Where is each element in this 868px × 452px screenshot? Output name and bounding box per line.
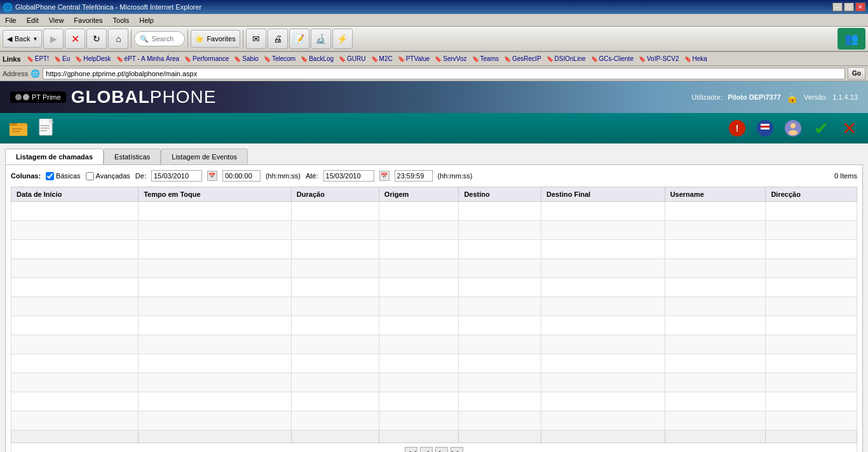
back-button[interactable]: ◀ Back ▼ [3,30,42,48]
menu-file[interactable]: File [3,15,19,25]
favorites-button[interactable]: ⭐ Favorites [191,30,240,48]
link-ept-minha[interactable]: 🔖éPT - A Minha Área [114,55,182,63]
first-page-button[interactable]: ◀◀ [405,447,417,452]
link-gesrecip[interactable]: 🔖GesRecIP [502,55,543,63]
link-telecom[interactable]: 🔖Telecom [262,55,297,63]
tab-label-2: Listagem de Eventos [172,153,237,161]
table-row [11,316,857,335]
link-guru[interactable]: 🔖GURU [337,55,367,63]
calendar-icon-2: 📅 [381,173,388,179]
svg-rect-7 [41,125,50,126]
bluetooth-button[interactable]: ⚡ [332,29,353,49]
link-dsionline[interactable]: 🔖DSIOnLine [545,55,588,63]
search-input[interactable] [151,35,183,43]
link-servvoz[interactable]: 🔖ServVoz [433,55,468,63]
basic-checkbox-label[interactable]: Básicas [46,172,81,180]
search-box[interactable]: 🔍 [134,31,185,46]
folder-icon[interactable] [8,117,31,140]
flag-svg [756,119,775,138]
link-eu[interactable]: 🔖Eu [52,55,72,63]
link-icon: 🔖 [371,56,378,62]
table-row [11,221,857,240]
to-date-input[interactable] [323,170,374,182]
menu-favorites[interactable]: Favorites [71,15,105,25]
pt-dots [15,94,29,100]
link-m2c[interactable]: 🔖M2C [369,55,395,63]
pt-prime-badge: PT Prime [10,91,66,103]
link-icon: 🔖 [472,56,479,62]
link-ptvalue[interactable]: 🔖PTValue [396,55,432,63]
close-button[interactable]: ✕ [855,3,865,11]
address-label: Address [3,70,28,77]
window-title: GlobalPhone Central Telefónica - Microso… [15,3,201,11]
flag-button[interactable] [754,117,776,140]
link-icon: 🔖 [184,56,191,62]
last-page-button[interactable]: ▶▶ [451,447,463,452]
home-button[interactable]: ⌂ [108,29,128,49]
address-input[interactable] [43,68,845,79]
refresh-button[interactable]: ↻ [86,29,107,49]
edit-button[interactable]: 📝 [289,29,309,49]
version-label: Versão: [804,93,827,101]
mail-button[interactable]: ✉ [246,29,266,49]
svg-rect-8 [41,128,50,129]
link-icon: 🔖 [339,56,346,62]
print-button[interactable]: 🖨 [268,29,288,49]
menu-tools[interactable]: Tools [111,15,132,25]
forward-button[interactable]: ▶ [43,29,64,49]
advanced-checkbox-label[interactable]: Avançadas [86,172,130,180]
link-ept[interactable]: 🔖ÉPT! [25,55,51,63]
from-date-calendar-button[interactable]: 📅 [207,171,217,181]
filters-row: Colunas: Básicas Avançadas De: 📅 (hh:mm:… [11,170,857,182]
basic-checkbox[interactable] [46,172,54,180]
browser-toolbar: ◀ Back ▼ ▶ ✕ ↻ ⌂ 🔍 ⭐ Favorites ✉ 🖨 📝 🔬 ⚡… [0,27,868,52]
to-date-calendar-button[interactable]: 📅 [379,171,390,181]
svg-rect-9 [41,130,47,131]
red-circle-button[interactable]: ! [726,117,749,140]
minimize-button[interactable]: ─ [832,3,843,11]
link-icon: 🔖 [684,56,691,62]
document-icon[interactable] [36,117,58,140]
research-icon: 🔬 [315,34,326,44]
link-gcs[interactable]: 🔖GCs-Cliente [589,55,635,63]
from-time-input[interactable] [222,170,261,182]
from-date-input[interactable] [151,170,202,182]
go-icon[interactable]: Go [848,67,865,80]
svg-text:!: ! [736,123,739,133]
link-teams[interactable]: 🔖Teams [470,55,501,63]
lock-icon: 🔒 [786,91,799,103]
stop-button[interactable]: ✕ [65,29,85,49]
green-check-button[interactable]: ✔ [810,117,832,140]
maximize-button[interactable]: □ [844,3,854,11]
col-username: Username [665,187,766,202]
tab-listagem-chamadas[interactable]: Listagem de chamadas [5,149,104,164]
advanced-checkbox[interactable] [86,172,94,180]
to-time-input[interactable] [395,170,433,182]
link-sabio[interactable]: 🔖Sabio [232,55,261,63]
menu-help[interactable]: Help [137,15,156,25]
go-button[interactable]: Go [848,67,865,80]
link-voip[interactable]: 🔖VoIP-SCV2 [637,55,681,63]
settings-person-button[interactable] [782,117,804,140]
link-heka[interactable]: 🔖Heka [682,55,709,63]
link-performance[interactable]: 🔖Performance [182,55,231,63]
app-header: PT Prime GLOBALPHONE Utilizador: Piloto … [0,81,868,113]
menu-edit[interactable]: Edit [24,15,41,25]
col-direccao: Direcção [766,187,857,202]
svg-rect-14 [761,124,770,126]
document-svg [38,119,56,138]
tab-listagem-eventos[interactable]: Listagem de Eventos [161,149,248,164]
link-backlog[interactable]: 🔖BackLog [299,55,336,63]
menu-view[interactable]: View [46,15,67,25]
mail-icon: ✉ [252,34,260,44]
tab-estatisticas[interactable]: Estatísticas [104,149,161,164]
research-button[interactable]: 🔬 [311,29,331,49]
title-bar-right[interactable]: ─ □ ✕ [832,3,865,11]
red-x-button[interactable]: ✕ [837,117,860,140]
pt-icon: 👥 [844,32,858,46]
col-data-inicio: Data de Início [11,187,139,202]
link-helpdesk[interactable]: 🔖HelpDesk [73,55,112,63]
next-page-button[interactable]: ▶ [435,447,448,452]
prev-page-button[interactable]: ◀ [420,447,433,452]
from-label: De: [135,172,146,180]
